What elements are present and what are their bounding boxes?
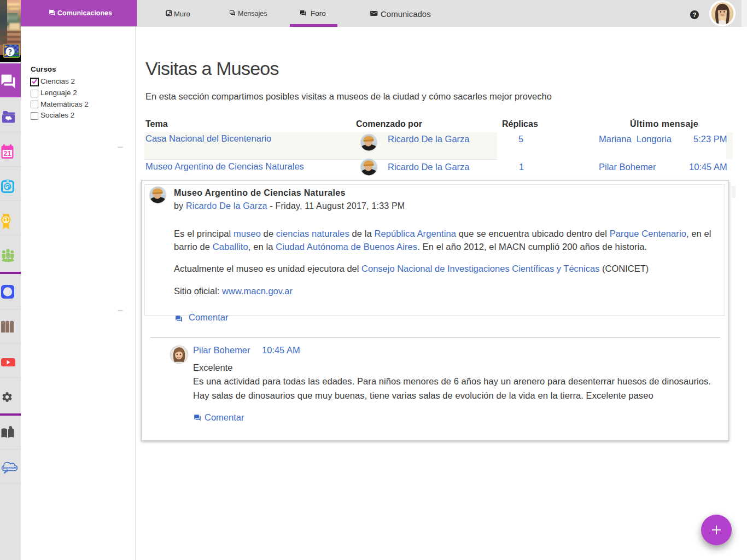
svg-text:ingeniat: ingeniat [3,466,17,470]
svg-text:?: ? [8,48,12,56]
svg-text:21: 21 [4,150,11,158]
svg-text:1: 1 [4,217,8,223]
